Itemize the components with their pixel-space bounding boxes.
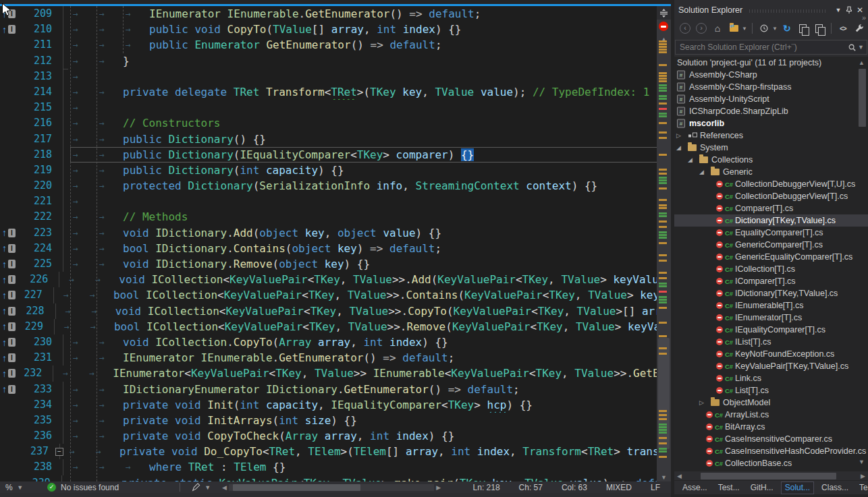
pin-icon[interactable] <box>844 5 855 16</box>
line-number[interactable]: 224 <box>27 241 58 256</box>
tree-item[interactable]: #mscorlib <box>674 117 868 129</box>
code-line-239[interactable]: 239→→private static KeyValuePair<TKey, T… <box>0 475 671 481</box>
code-line-210[interactable]: ↑I210→→→public void CopyTo(TValue[] arra… <box>0 22 671 37</box>
glyph-margin[interactable]: ↑I <box>0 303 23 319</box>
code-cleanup-icon[interactable] <box>191 483 200 492</box>
glyph-margin[interactable]: ↑I <box>0 382 27 397</box>
line-number[interactable]: 214 <box>27 84 58 100</box>
back-icon[interactable]: ‹ <box>678 22 692 35</box>
tree-item[interactable]: C#KeyNotFoundException.cs <box>674 348 868 360</box>
glyph-margin[interactable] <box>0 475 26 481</box>
collapsed-arrow-icon[interactable]: ▷ <box>676 132 681 139</box>
tree-scroll-up-icon[interactable]: ▲ <box>859 59 865 66</box>
expanded-arrow-icon[interactable]: ◢ <box>699 169 704 175</box>
collapse-box-icon[interactable]: − <box>55 448 63 456</box>
line-number[interactable]: 216 <box>27 115 58 131</box>
tool-window-tab[interactable]: Solut... <box>781 481 814 494</box>
tree-item[interactable]: #Assembly-CSharp <box>674 69 868 81</box>
line-number[interactable]: 234 <box>27 397 58 413</box>
line-number[interactable]: 233 <box>27 382 58 397</box>
glyph-margin[interactable] <box>0 100 27 115</box>
forward-icon[interactable]: › <box>695 22 708 35</box>
glyph-margin[interactable]: ↑I <box>0 225 27 241</box>
document-health-icon[interactable] <box>659 22 668 31</box>
code-line-216[interactable]: 216→→// Constructors <box>0 115 671 131</box>
glyph-margin[interactable] <box>0 459 27 475</box>
tree-item[interactable]: C#IDictionary[TKey,TValue].cs <box>674 287 868 299</box>
tree-item[interactable]: C#CollectionDebuggerView[T].cs <box>674 190 868 202</box>
line-number[interactable]: 215 <box>27 100 58 115</box>
glyph-margin[interactable] <box>0 178 27 194</box>
tree-item[interactable]: #ICSharpCode.SharpZipLib <box>674 105 868 117</box>
code-line-222[interactable]: 222→→// Methods <box>0 209 671 225</box>
line-number[interactable]: 220 <box>27 178 58 194</box>
glyph-margin[interactable] <box>0 428 27 444</box>
line-number[interactable]: 219 <box>27 163 58 178</box>
status-eol[interactable]: LF <box>651 483 660 492</box>
window-menu-caret-icon[interactable]: ▼ <box>833 5 844 16</box>
code-editor[interactable]: ↑I209→→→IEnumerator IEnumerable.GetEnume… <box>0 0 671 493</box>
tool-window-tab[interactable]: Asse... <box>679 482 711 494</box>
editor-horizontal-scrollbar[interactable]: ◀ ▶ <box>220 484 443 491</box>
tree-item[interactable]: C#Comparer[T].cs <box>674 202 868 214</box>
tree-item[interactable]: C#CaseInsensitiveHashCodeProvider.cs <box>674 445 868 457</box>
glyph-margin[interactable] <box>0 53 27 69</box>
code-line-218[interactable]: 218→→public Dictionary(IEqualityComparer… <box>0 147 671 163</box>
glyph-margin[interactable] <box>0 37 27 53</box>
tree-scroll-left-icon[interactable]: ◀ <box>674 473 684 479</box>
code-line-231[interactable]: ↑I231→→IEnumerator IEnumerable.GetEnumer… <box>0 350 671 366</box>
glyph-margin[interactable] <box>0 69 27 84</box>
code-line-235[interactable]: 235→→private void InitArrays(int size) {… <box>0 413 671 428</box>
tree-item[interactable]: C#Dictionary[TKey,TValue].cs <box>674 214 868 227</box>
tool-window-tab[interactable]: Class... <box>818 482 852 494</box>
tree-item[interactable]: C#CollectionDebuggerView[T,U].cs <box>674 178 868 190</box>
code-line-213[interactable]: 213→ <box>0 69 671 84</box>
properties-wrench-icon[interactable] <box>852 22 866 35</box>
tree-scroll-right-icon[interactable]: ▶ <box>858 473 868 479</box>
glyph-margin[interactable] <box>0 147 27 163</box>
glyph-margin[interactable]: ↑I <box>0 334 27 350</box>
tree-item[interactable]: ▷ObjectModel <box>674 397 868 409</box>
hscroll-thumb[interactable] <box>233 484 360 491</box>
split-editor-handle-icon[interactable] <box>657 6 671 20</box>
home-icon[interactable]: ⌂ <box>711 22 724 35</box>
code-line-223[interactable]: ↑I223→→void IDictionary.Add(object key, … <box>0 225 671 241</box>
sync-selection-icon[interactable] <box>813 22 826 35</box>
tree-item[interactable]: C#ICollection[T].cs <box>674 263 868 275</box>
hscroll-track[interactable] <box>229 484 434 491</box>
code-line-221[interactable]: 221→ <box>0 194 671 209</box>
line-number[interactable]: 217 <box>27 131 58 147</box>
line-number[interactable]: 232 <box>22 366 49 381</box>
tree-item[interactable]: C#IList[T].cs <box>674 336 868 348</box>
status-line[interactable]: Ln: 218 <box>473 483 500 492</box>
tree-item[interactable]: C#IEqualityComparer[T].cs <box>674 324 868 336</box>
status-char[interactable]: Ch: 57 <box>519 483 543 492</box>
code-line-225[interactable]: ↑I225→→void IDictionary.Remove(object ke… <box>0 256 671 272</box>
tree-scrollbar-thumb[interactable] <box>859 69 866 127</box>
glyph-margin[interactable]: ↑I <box>0 241 27 256</box>
tree-item[interactable]: #Assembly-CSharp-firstpass <box>674 81 868 93</box>
filter-caret-icon[interactable]: ▼ <box>772 26 778 32</box>
search-caret-icon[interactable]: ▼ <box>858 44 864 51</box>
tree-item[interactable]: Solution 'project-gui' (11 of 11 project… <box>674 57 868 69</box>
tree-hscroll-thumb[interactable] <box>701 473 836 479</box>
code-line-234[interactable]: 234→→private void Init(int capacity, IEq… <box>0 397 671 413</box>
no-issues-icon[interactable]: ✓ <box>47 483 56 492</box>
switch-views-caret-icon[interactable]: ▼ <box>742 26 747 32</box>
line-number[interactable]: 213 <box>27 69 58 84</box>
code-line-211[interactable]: 211→→→public Enumerator GetEnumerator() … <box>0 37 671 53</box>
code-line-217[interactable]: 217→→public Dictionary() {} <box>0 131 671 147</box>
solution-tree[interactable]: Solution 'project-gui' (11 of 11 project… <box>674 57 868 471</box>
glyph-margin[interactable] <box>0 131 27 147</box>
tree-item[interactable]: C#BitArray.cs <box>674 421 868 433</box>
cleanup-caret-icon[interactable]: ▼ <box>205 484 211 491</box>
glyph-margin[interactable]: ↑I <box>0 366 22 381</box>
search-box[interactable]: ▼ <box>675 40 867 55</box>
glyph-margin[interactable] <box>0 413 27 428</box>
tree-item[interactable]: C#GenericComparer[T].cs <box>674 239 868 251</box>
tree-item[interactable]: C#List[T].cs <box>674 384 868 397</box>
code-line-227[interactable]: ↑I227→→bool ICollection<KeyValuePair<TKe… <box>0 287 671 303</box>
code-line-236[interactable]: 236→→private void CopyToCheck(Array arra… <box>0 428 671 444</box>
code-line-215[interactable]: 215→ <box>0 100 671 115</box>
code-line-226[interactable]: ↑I226→→void ICollection<KeyValuePair<TKe… <box>0 272 671 287</box>
